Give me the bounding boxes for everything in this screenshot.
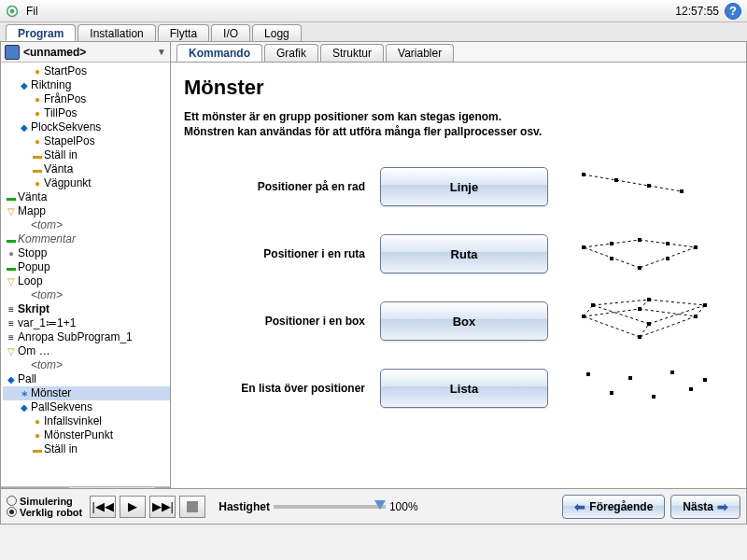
pattern-box-icon xyxy=(565,298,714,344)
pattern-option-row: Positioner i en boxBox xyxy=(184,298,733,344)
svg-rect-5 xyxy=(647,184,651,188)
pattern-ruta-button[interactable]: Ruta xyxy=(380,234,548,273)
svg-line-35 xyxy=(584,305,593,316)
tree-node[interactable]: ▬Ställ in xyxy=(3,148,170,162)
subtab-variabler[interactable]: Variabler xyxy=(386,44,454,62)
speed-label: Hastighet xyxy=(218,500,270,513)
next-button[interactable]: Nästa➡ xyxy=(670,495,740,519)
tree-label: Pall xyxy=(18,372,36,386)
tab-flytta[interactable]: Flytta xyxy=(158,24,209,41)
menu-fil[interactable]: Fil xyxy=(26,5,38,18)
prev-button[interactable]: ⬅Föregående xyxy=(562,495,665,519)
clock: 12:57:55 xyxy=(675,5,719,18)
tree-node[interactable]: ●FrånPos xyxy=(3,92,170,106)
stop-button[interactable] xyxy=(179,496,205,518)
tree-icon: ≡ xyxy=(7,302,16,316)
tree-node[interactable]: ▬Vänta xyxy=(3,190,170,204)
option-label: Positioner i en ruta xyxy=(184,247,380,260)
tree-icon: ● xyxy=(33,414,42,428)
panel-title: Mönster xyxy=(184,76,733,100)
svg-rect-34 xyxy=(647,322,651,326)
tree-icon: ● xyxy=(33,106,42,120)
pattern-square-icon xyxy=(565,231,714,277)
save-icon[interactable] xyxy=(5,45,20,60)
tree-node[interactable]: ▽Loop xyxy=(3,274,170,288)
pattern-box-button[interactable]: Box xyxy=(380,301,548,341)
tree-node[interactable]: <tom> xyxy=(3,288,170,302)
svg-rect-11 xyxy=(582,245,585,249)
help-icon[interactable]: ? xyxy=(725,3,741,20)
main-tabs: ProgramInstallationFlyttaI/OLogg xyxy=(0,22,747,42)
tree-node[interactable]: ◆Riktning xyxy=(3,78,170,92)
tree-node[interactable]: ▬Ställ in xyxy=(3,442,170,456)
tree-icon: ▬ xyxy=(33,442,42,456)
logo: ⦿ xyxy=(6,4,19,19)
subtab-grafik[interactable]: Grafik xyxy=(264,44,318,62)
tree-label: Riktning xyxy=(31,78,71,92)
svg-rect-41 xyxy=(628,376,632,380)
tree-label: TillPos xyxy=(44,106,78,120)
program-tree[interactable]: ●StartPos◆Riktning●FrånPos●TillPos◆Plock… xyxy=(1,63,170,486)
tree-icon: ∗ xyxy=(20,386,29,400)
tree-label: Infallsvinkel xyxy=(44,414,102,428)
tab-i/o[interactable]: I/O xyxy=(211,24,250,41)
tree-icon: ≡ xyxy=(7,330,16,344)
dropdown-icon[interactable]: ▼ xyxy=(157,47,166,57)
tree-label: Vänta xyxy=(44,162,73,176)
svg-line-37 xyxy=(696,305,705,316)
tree-node[interactable]: ●MönsterPunkt xyxy=(3,428,170,442)
svg-line-38 xyxy=(640,324,649,337)
tab-program[interactable]: Program xyxy=(6,24,76,41)
tree-node[interactable]: ≡Skript xyxy=(3,302,170,316)
svg-line-19 xyxy=(584,309,640,316)
tree-node[interactable]: ◆PallSekvens xyxy=(3,400,170,414)
pattern-panel: Mönster Ett mönster är en grupp position… xyxy=(171,63,746,524)
tree-node[interactable]: ●TillPos xyxy=(3,106,170,120)
tree-node[interactable]: ▬Vänta xyxy=(3,162,170,176)
tree-icon: ◆ xyxy=(20,400,29,414)
tree-node[interactable]: ●Vägpunkt xyxy=(3,176,170,190)
svg-line-20 xyxy=(640,309,696,316)
pattern-lista-button[interactable]: Lista xyxy=(380,369,548,408)
radio-real[interactable]: Verklig robot xyxy=(7,507,82,518)
tab-logg[interactable]: Logg xyxy=(252,24,302,41)
pattern-linje-button[interactable]: Linje xyxy=(380,167,548,206)
svg-rect-18 xyxy=(666,257,669,260)
tree-node[interactable]: ●Stopp xyxy=(3,246,170,260)
tab-installation[interactable]: Installation xyxy=(78,24,155,41)
tree-node[interactable]: ●StapelPos xyxy=(3,134,170,148)
tree-node[interactable]: <tom> xyxy=(3,218,170,232)
tree-node[interactable]: <tom> xyxy=(3,358,170,372)
tree-icon: ◆ xyxy=(20,78,29,92)
tree-node[interactable]: ▽Om … xyxy=(3,344,170,358)
svg-line-0 xyxy=(584,175,616,180)
tree-node[interactable]: ▬Kommentar xyxy=(3,232,170,246)
rewind-button[interactable]: |◀◀ xyxy=(90,496,116,518)
program-tree-panel: <unnamed> ▼ ●StartPos◆Riktning●FrånPos●T… xyxy=(1,42,171,524)
tree-label: StartPos xyxy=(44,64,87,78)
tree-icon: ● xyxy=(7,246,16,260)
tree-node[interactable]: ≡var_1≔1+1 xyxy=(3,316,170,330)
tree-node[interactable]: ●StartPos xyxy=(3,64,170,78)
forward-button[interactable]: ▶▶| xyxy=(149,496,176,518)
radio-sim[interactable]: Simulering xyxy=(7,496,82,507)
pattern-option-row: Positioner på en radLinje xyxy=(184,163,733,210)
play-button[interactable]: ▶ xyxy=(120,496,146,518)
tree-node[interactable]: ▽Mapp xyxy=(3,204,170,218)
tree-label: Anropa SubProgram_1 xyxy=(18,330,133,344)
pattern-line-icon xyxy=(565,163,714,210)
tree-node[interactable]: ≡Anropa SubProgram_1 xyxy=(3,330,170,344)
subtab-kommando[interactable]: Kommando xyxy=(176,44,262,62)
speed-slider[interactable] xyxy=(274,505,386,509)
tree-node[interactable]: ◆PlockSekvens xyxy=(3,120,170,134)
tree-icon: ▽ xyxy=(7,274,16,288)
svg-rect-17 xyxy=(610,257,613,260)
tree-node[interactable]: ◆Pall xyxy=(3,372,170,386)
pattern-option-row: En lista över positionerLista xyxy=(184,365,733,412)
option-label: En lista över positioner xyxy=(184,382,380,395)
tree-node[interactable]: ▬Popup xyxy=(3,260,170,274)
subtab-struktur[interactable]: Struktur xyxy=(320,44,384,62)
tree-node[interactable]: ●Infallsvinkel xyxy=(3,414,170,428)
tree-node[interactable]: ∗Mönster xyxy=(3,386,170,400)
pattern-list-icon xyxy=(565,365,714,412)
